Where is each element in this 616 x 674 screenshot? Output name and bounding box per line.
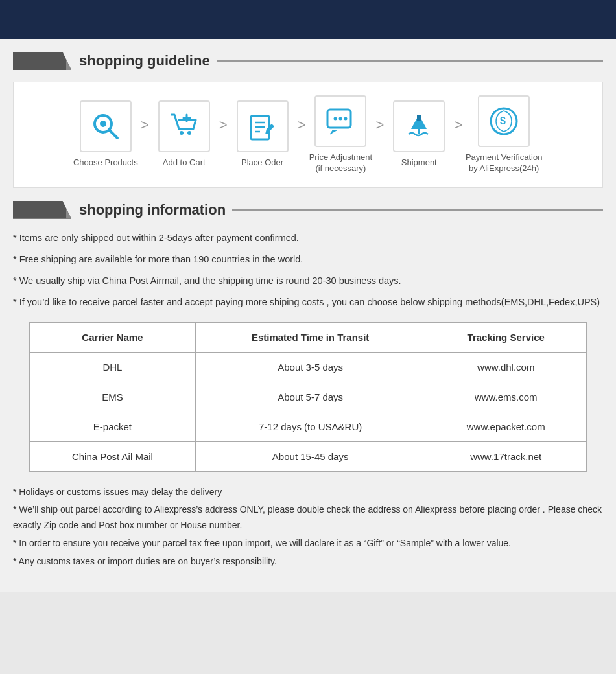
shipping-table: Carrier Name Estimated Time in Transit T… <box>29 322 587 472</box>
table-header-tracking: Tracking Service <box>425 322 587 352</box>
svg-point-4 <box>187 131 191 135</box>
title-line-1 <box>217 60 603 62</box>
time-chinapost: About 15-45 days <box>195 441 425 471</box>
table-row: China Post Ail Mail About 15-45 days www… <box>30 441 587 471</box>
steps-container: Choose Products > Add to Cart > <box>13 82 603 188</box>
step-add-to-cart: Add to Cart <box>152 100 217 168</box>
info-line-4: * If you’d like to receive parcel faster… <box>13 295 603 310</box>
title-line-2 <box>232 209 603 211</box>
tracking-epacket: www.epacket.com <box>425 412 587 441</box>
bottom-notes: * Holidays or customs issues may delay t… <box>13 485 603 570</box>
section1-title: shopping guideline <box>79 52 210 69</box>
time-dhl: About 3-5 days <box>195 352 425 382</box>
arrow-2: > <box>219 117 228 153</box>
note-4: * Any customs taxes or import duties are… <box>13 554 603 570</box>
svg-point-15 <box>344 117 348 121</box>
ship-icon <box>402 110 436 143</box>
svg-point-13 <box>334 117 337 121</box>
info-line-2: * Free shipping are available for more t… <box>13 252 603 267</box>
price-adjustment-icon-box <box>314 95 366 147</box>
table-header-time: Estimated Time in Transit <box>195 322 425 352</box>
title-accent-2 <box>13 201 71 219</box>
info-line-3: * We usually ship via China Post Airmail… <box>13 273 603 288</box>
header-bar <box>0 0 616 39</box>
svg-text:$: $ <box>500 115 506 126</box>
svg-point-2 <box>100 121 106 127</box>
arrow-5: > <box>454 117 462 153</box>
payment-verification-icon-box: $ <box>478 95 530 147</box>
step-shipment: Shipment <box>386 100 451 168</box>
svg-point-3 <box>180 131 184 135</box>
carrier-chinapost: China Post Ail Mail <box>30 441 196 471</box>
verify-icon: $ <box>487 104 521 138</box>
step-price-adjustment: Price Adjustment(if necessary) <box>308 95 373 174</box>
tracking-ems: www.ems.com <box>425 382 587 412</box>
tracking-chinapost: www.17track.net <box>425 441 587 471</box>
add-to-cart-icon-box <box>158 100 210 152</box>
content-area: shopping guideline Choose Products > <box>0 39 616 592</box>
choose-products-icon-box <box>80 100 132 152</box>
section2-title-bar: shopping information <box>13 201 603 219</box>
table-row: EMS About 5-7 days www.ems.com <box>30 382 587 412</box>
time-ems: About 5-7 days <box>195 382 425 412</box>
svg-line-1 <box>109 130 117 138</box>
table-row: E-packet 7-12 days (to USA&RU) www.epack… <box>30 412 587 441</box>
step-choose-products-label: Choose Products <box>73 157 138 168</box>
shipment-icon-box <box>393 100 445 152</box>
note-3-text: * In order to ensure you receive your pa… <box>13 538 511 548</box>
carrier-dhl: DHL <box>30 352 196 382</box>
step-shipment-label: Shipment <box>401 157 437 168</box>
step-place-order-label: Place Oder <box>241 157 283 168</box>
time-epacket: 7-12 days (to USA&RU) <box>195 412 425 441</box>
edit-icon <box>246 110 279 143</box>
step-payment-verification: $ Payment Verification by AliExpress(24h… <box>465 95 543 174</box>
table-header-carrier: Carrier Name <box>30 322 196 352</box>
place-order-icon-box <box>237 100 289 152</box>
table-row: DHL About 3-5 days www.dhl.com <box>30 352 587 382</box>
info-line-1: * Items are only shipped out within 2-5d… <box>13 231 603 246</box>
step-add-to-cart-label: Add to Cart <box>163 157 206 168</box>
step-choose-products: Choose Products <box>73 100 138 168</box>
note-2-text: * We’ll ship out parcel according to Ali… <box>13 504 602 530</box>
chat-icon <box>324 104 357 138</box>
step-price-adjustment-label: Price Adjustment(if necessary) <box>309 152 373 174</box>
section1-title-bar: shopping guideline <box>13 52 603 70</box>
note-3: * In order to ensure you receive your pa… <box>13 536 603 552</box>
carrier-ems: EMS <box>30 382 196 412</box>
arrow-1: > <box>141 117 149 153</box>
note-1: * Holidays or customs issues may delay t… <box>13 485 603 500</box>
arrow-3: > <box>298 117 306 153</box>
search-icon <box>89 110 123 143</box>
step-payment-verification-label: Payment Verification by AliExpress(24h) <box>465 152 543 174</box>
carrier-epacket: E-packet <box>30 412 196 441</box>
arrow-4: > <box>375 117 384 153</box>
step-place-order: Place Oder <box>230 100 295 168</box>
section2-title: shopping information <box>79 202 226 218</box>
svg-rect-16 <box>417 115 421 121</box>
tracking-dhl: www.dhl.com <box>425 352 587 382</box>
note-2: * We’ll ship out parcel according to Ali… <box>13 502 603 533</box>
cart-icon <box>167 110 201 143</box>
title-accent-1 <box>13 52 71 70</box>
svg-point-14 <box>339 117 342 121</box>
